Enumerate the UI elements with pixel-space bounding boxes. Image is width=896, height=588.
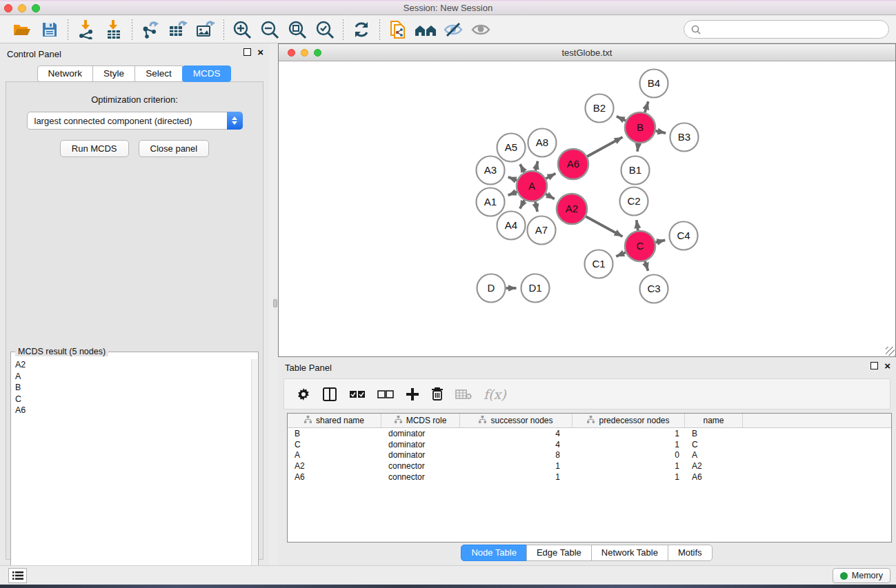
column-header-predecessor-nodes[interactable]: predecessor nodes bbox=[573, 414, 685, 427]
zoom-out-button[interactable] bbox=[256, 18, 283, 41]
clone-network-button[interactable] bbox=[384, 18, 412, 41]
tab-network-table[interactable]: Network Table bbox=[591, 545, 668, 561]
zoom-selected-button[interactable] bbox=[311, 18, 339, 41]
tab-style[interactable]: Style bbox=[92, 65, 135, 82]
table-cell[interactable]: A2 bbox=[685, 461, 743, 471]
edge-C-C2[interactable] bbox=[637, 220, 638, 230]
table-cell[interactable]: 1 bbox=[573, 440, 685, 449]
edge-A-A3[interactable] bbox=[508, 177, 517, 181]
table-cell[interactable]: 1 bbox=[573, 472, 685, 482]
minimize-window-button[interactable] bbox=[18, 4, 26, 12]
network-vertical-scrollbar[interactable] bbox=[273, 299, 277, 307]
table-row[interactable]: A2connector11A2 bbox=[288, 460, 891, 472]
table-cell[interactable]: dominator bbox=[381, 440, 460, 449]
save-session-button[interactable] bbox=[36, 18, 63, 41]
node-A6[interactable]: A6 bbox=[558, 149, 588, 179]
mcds-result-item[interactable]: A bbox=[12, 371, 252, 383]
tab-mcds[interactable]: MCDS bbox=[182, 65, 232, 82]
table-settings-button[interactable] bbox=[297, 387, 310, 401]
table-cell[interactable]: dominator bbox=[381, 450, 460, 460]
node-B1[interactable]: B1 bbox=[621, 156, 650, 185]
column-header-shared-name[interactable]: shared name bbox=[288, 414, 381, 427]
add-column-button[interactable] bbox=[406, 387, 419, 401]
search-input[interactable] bbox=[705, 24, 882, 34]
export-table-button[interactable] bbox=[164, 18, 192, 41]
export-image-button[interactable] bbox=[192, 18, 219, 41]
node-C[interactable]: C bbox=[625, 231, 655, 261]
close-table-panel-icon[interactable]: × bbox=[884, 362, 890, 369]
node-C3[interactable]: C3 bbox=[640, 275, 668, 303]
deselect-all-button[interactable] bbox=[377, 390, 394, 398]
node-A1[interactable]: A1 bbox=[477, 188, 505, 216]
refresh-layout-button[interactable] bbox=[348, 18, 375, 41]
run-mcds-button[interactable]: Run MCDS bbox=[60, 140, 129, 157]
column-header-successor-nodes[interactable]: successor nodes bbox=[460, 414, 573, 427]
edge-A6-B[interactable] bbox=[587, 137, 622, 156]
node-B2[interactable]: B2 bbox=[586, 94, 614, 123]
search-field[interactable] bbox=[684, 20, 889, 39]
network-zoom-button[interactable] bbox=[314, 49, 321, 57]
criterion-select[interactable]: largest connected component (directed) bbox=[27, 112, 243, 130]
edge-A-A2[interactable] bbox=[546, 194, 555, 199]
table-cell[interactable]: connector bbox=[381, 461, 460, 471]
network-minimize-button[interactable] bbox=[301, 49, 308, 57]
delete-table-button[interactable] bbox=[455, 389, 472, 400]
edge-A-A4[interactable] bbox=[520, 200, 524, 208]
tab-select[interactable]: Select bbox=[135, 65, 183, 82]
task-history-button[interactable] bbox=[8, 568, 27, 583]
table-cell[interactable]: dominator bbox=[381, 429, 460, 438]
node-C1[interactable]: C1 bbox=[585, 250, 613, 278]
zoom-window-button[interactable] bbox=[32, 4, 40, 12]
zoom-in-button[interactable] bbox=[228, 18, 256, 41]
table-cell[interactable]: B bbox=[685, 429, 743, 438]
show-columns-button[interactable] bbox=[322, 387, 337, 402]
node-A8[interactable]: A8 bbox=[528, 129, 557, 157]
edge-A2-C[interactable] bbox=[586, 216, 622, 236]
node-A5[interactable]: A5 bbox=[497, 134, 526, 162]
mcds-result-item[interactable]: A6 bbox=[12, 405, 252, 416]
node-A2[interactable]: A2 bbox=[557, 194, 587, 224]
export-network-button[interactable] bbox=[137, 18, 164, 41]
tab-network[interactable]: Network bbox=[37, 65, 94, 82]
mcds-result-item[interactable]: C bbox=[12, 394, 252, 405]
node-B[interactable]: B bbox=[625, 112, 655, 143]
close-window-button[interactable] bbox=[4, 4, 12, 12]
close-panel-button[interactable]: Close panel bbox=[139, 140, 210, 157]
mcds-result-item[interactable]: A2 bbox=[12, 359, 252, 371]
delete-button[interactable] bbox=[431, 387, 444, 401]
resize-grip[interactable] bbox=[886, 347, 895, 356]
close-panel-icon[interactable]: × bbox=[257, 48, 263, 56]
edge-A-A5[interactable] bbox=[520, 164, 524, 172]
node-B4[interactable]: B4 bbox=[640, 70, 668, 98]
function-builder-button[interactable]: f(x) bbox=[484, 387, 506, 402]
edge-B-B3[interactable] bbox=[655, 131, 666, 133]
float-panel-icon[interactable] bbox=[243, 48, 251, 56]
node-C4[interactable]: C4 bbox=[670, 222, 698, 250]
zoom-fit-button[interactable] bbox=[283, 18, 311, 41]
node-C2[interactable]: C2 bbox=[620, 187, 648, 216]
float-table-panel-icon[interactable] bbox=[870, 362, 878, 369]
import-network-button[interactable] bbox=[72, 18, 100, 41]
node-A4[interactable]: A4 bbox=[497, 212, 526, 240]
network-canvas[interactable]: B4B2BB3A8A5A6A3B1AC2A1A2A4A7C4CC1DD1C3 bbox=[279, 61, 895, 356]
table-cell[interactable]: 4 bbox=[460, 429, 573, 438]
edge-B-B2[interactable] bbox=[617, 116, 626, 121]
tab-motifs[interactable]: Motifs bbox=[668, 545, 713, 561]
node-A[interactable]: A bbox=[517, 171, 547, 201]
table-cell[interactable]: A6 bbox=[685, 472, 743, 482]
mcds-list-scrollbar[interactable] bbox=[251, 359, 257, 580]
edge-B-B4[interactable] bbox=[645, 101, 648, 112]
edge-B-B1[interactable] bbox=[637, 143, 638, 152]
open-session-button[interactable] bbox=[8, 18, 36, 41]
tab-edge-table[interactable]: Edge Table bbox=[526, 545, 592, 561]
table-row[interactable]: A6connector11A6 bbox=[288, 472, 891, 483]
table-cell[interactable]: A2 bbox=[288, 461, 381, 471]
table-cell[interactable]: A bbox=[685, 450, 743, 460]
table-cell[interactable]: 1 bbox=[573, 461, 685, 471]
table-cell[interactable]: 0 bbox=[573, 450, 685, 460]
table-cell[interactable]: 1 bbox=[460, 461, 573, 471]
network-close-button[interactable] bbox=[288, 49, 295, 57]
column-header-name[interactable]: name bbox=[685, 414, 743, 427]
edge-A-A7[interactable] bbox=[535, 201, 537, 212]
node-D[interactable]: D bbox=[477, 274, 506, 303]
